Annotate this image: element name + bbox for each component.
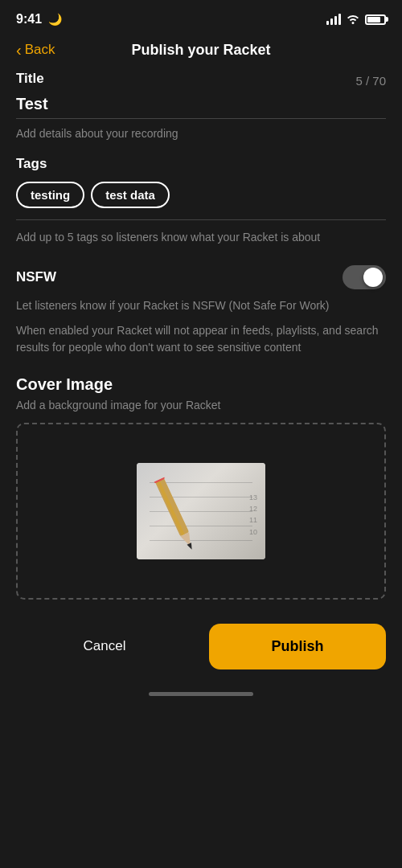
tags-section-label: Tags: [16, 156, 386, 172]
toggle-thumb: [363, 268, 383, 287]
back-button[interactable]: ‹ Back: [16, 42, 55, 58]
nsfw-description-2: When enabled your Racket will not appear…: [16, 322, 386, 356]
tag-item-1[interactable]: test data: [91, 182, 170, 208]
home-indicator: [0, 686, 402, 706]
back-label: Back: [25, 42, 55, 58]
bottom-action-bar: Cancel Publish: [0, 624, 402, 686]
toggle-track[interactable]: [343, 265, 386, 289]
header: ‹ Back Publish your Racket: [0, 35, 402, 71]
cover-image-upload-area[interactable]: 13121110: [16, 423, 386, 600]
title-value[interactable]: Test: [16, 95, 386, 113]
status-time: 9:41: [16, 12, 42, 27]
cover-image-label: Cover Image: [16, 375, 386, 394]
char-count: 5 / 70: [355, 74, 386, 88]
page-title: Publish your Racket: [131, 42, 270, 59]
cover-image-preview: 13121110: [137, 463, 265, 559]
status-icons: [326, 13, 386, 27]
svg-rect-1: [156, 479, 184, 535]
tag-item-0[interactable]: testing: [16, 182, 84, 208]
status-bar: 9:41 🌙: [0, 0, 402, 35]
home-bar: [149, 692, 253, 696]
moon-icon: 🌙: [48, 13, 62, 26]
nsfw-row: NSFW: [16, 265, 386, 289]
main-content: Title 5 / 70 Test Add details about your…: [0, 71, 402, 600]
title-header-row: Title 5 / 70: [16, 71, 386, 90]
title-placeholder-hint: Add details about your recording: [16, 127, 386, 140]
battery-icon: [365, 14, 386, 25]
signal-icon: [326, 14, 341, 25]
title-section-label: Title: [16, 71, 44, 87]
title-divider: [16, 118, 386, 119]
wifi-icon: [346, 13, 360, 27]
back-chevron-icon: ‹: [16, 42, 22, 58]
cancel-button[interactable]: Cancel: [16, 624, 193, 669]
cover-image-hint: Add a background image for your Racket: [16, 399, 386, 411]
nsfw-label: NSFW: [16, 269, 56, 285]
tags-hint: Add up to 5 tags so listeners know what …: [16, 230, 386, 246]
nsfw-toggle[interactable]: [343, 265, 386, 289]
publish-button[interactable]: Publish: [209, 624, 386, 669]
tags-divider: [16, 219, 386, 220]
nsfw-description-1: Let listeners know if your Racket is NSF…: [16, 297, 386, 314]
tags-container: testing test data: [16, 182, 386, 208]
